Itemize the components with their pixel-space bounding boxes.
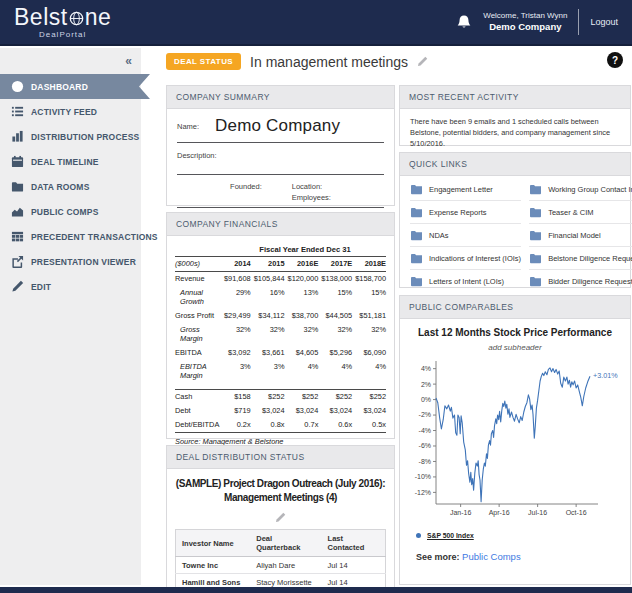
quick-link-bidder-diligence-requests[interactable]: Bidder Diligence Requests [529,270,632,292]
edit-distribution-pencil-icon[interactable] [175,512,386,523]
description-label: Description: [177,151,217,160]
quick-link-ndas[interactable]: NDAs [410,224,521,247]
calendar-icon [11,155,24,168]
y-axis-tick-label: -4% [419,427,431,434]
company-financials-panel: COMPANY FINANCIALS Fiscal Year Ended Dec… [166,212,395,439]
activity-summary-text: There have been 9 emails and 1 scheduled… [410,116,620,149]
financials-source: Source: Management & Belstone [175,433,386,446]
sidebar-item-activity-feed[interactable]: ACTIVITY FEED [0,99,141,124]
quicklink-folder-icon [529,207,542,218]
y-axis-tick-label: -12% [415,489,431,496]
chart-title: Last 12 Months Stock Price Performance [404,327,626,338]
company-name-value[interactable]: Demo Company [215,116,340,136]
quick-link-financial-model[interactable]: Financial Model [529,224,632,247]
external-link-icon [11,255,24,268]
distribution-table-header-row: Investor NameDeal QuarterbackLast Contac… [176,530,386,557]
activity-feed-icon [11,105,24,118]
logout-button[interactable]: Logout [590,17,618,27]
quick-links-panel: QUICK LINKS Engagement LetterWorking Gro… [399,152,631,288]
sidebar-item-precedent-transactions[interactable]: PRECEDENT TRANSACTIONS [0,224,141,249]
most-recent-activity-panel: MOST RECENT ACTIVITY There have been 9 e… [399,85,631,146]
x-axis-tick-label: Apr-16 [489,509,510,517]
sidebar-item-data-rooms[interactable]: DATA ROOMS [0,174,141,199]
table-icon [11,230,24,243]
financials-row: ($000s)201420152016E2017E2018E [175,256,386,271]
end-value-label: +3.01% [593,371,618,380]
sidebar-item-label: PRECEDENT TRANSACTIONS [31,232,158,242]
bell-icon[interactable] [456,14,472,31]
y-axis-tick-label: -8% [419,458,431,465]
distribution-title-line2: Management Meetings (4) [175,491,386,505]
quick-link-engagement-letter[interactable]: Engagement Letter [410,178,521,201]
sidebar-item-public-comps[interactable]: PUBLIC COMPS [0,199,141,224]
brand-text-right: ne [85,6,112,29]
quick-link-label: Bidder Diligence Requests [548,277,632,286]
distribution-title: (SAMPLE) Project Dragon Outreach (July 2… [175,477,386,505]
public-comps-link[interactable]: Public Comps [462,551,521,562]
most-recent-activity-header: MOST RECENT ACTIVITY [400,86,630,109]
sidebar-item-label: EDIT [31,282,51,292]
help-button[interactable]: ? [607,52,623,68]
edit-status-pencil-icon[interactable] [417,56,428,67]
quick-link-expense-reports[interactable]: Expense Reports [410,201,521,224]
company-financials-header: COMPANY FINANCIALS [167,213,394,236]
financials-row: Gross Margin32%32%32%32%32% [175,323,386,346]
chart-container: 4%2%0%-2%-4%-6%-8%-10%-12%Jan-16Apr-16Ju… [404,354,626,530]
sidebar-item-label: ACTIVITY FEED [31,107,97,117]
quick-link-teaser-cim[interactable]: Teaser & CIM [529,201,632,224]
quick-link-label: Letters of Intent (LOIs) [429,277,504,286]
quick-link-label: Engagement Letter [429,185,493,194]
y-axis-tick-label: 0% [421,396,431,403]
quick-link-label: Teaser & CIM [548,208,593,217]
y-axis-tick-label: -10% [415,473,431,480]
comparables-see-more-label: See more: [416,552,460,562]
distribution-icon [11,130,24,143]
y-axis-tick-label: -6% [419,442,431,449]
quicklink-folder-icon [410,207,423,218]
pencil-icon [11,280,24,293]
distribution-title-line1: (SAMPLE) Project Dragon Outreach (July 2… [175,477,386,491]
sidebar-item-distribution-process[interactable]: DISTRIBUTION PROCESS [0,124,141,149]
financials-row: Annual Growth29%16%13%15%15% [175,286,386,309]
top-header: Belst ne DealPortal Welcome, Tristan Wyn… [0,0,632,46]
quick-link-belstone-diligence-requests[interactable]: Belstone Diligence Requests [529,247,632,270]
company-name: Demo Company [483,21,567,33]
sidebar-item-label: DATA ROOMS [31,182,90,192]
quick-link-letters-of-intent-lois[interactable]: Letters of Intent (LOIs) [410,270,521,292]
sidebar-item-deal-timeline[interactable]: DEAL TIMELINE [0,149,141,174]
welcome-text: Welcome, Tristan Wynn [483,11,567,21]
distribution-row[interactable]: Towne IncAliyah DareJul 14 [176,557,386,574]
company-summary-panel: COMPANY SUMMARY Name: Demo Company Descr… [166,85,395,206]
brand-text-left: Belst [14,6,68,29]
quick-link-working-group-contact-info[interactable]: Working Group Contact Info [529,178,632,201]
chart-legend: S&P 500 Index [404,532,626,539]
quicklink-folder-icon [410,184,423,195]
x-axis-tick-label: Jan-16 [450,509,472,516]
user-welcome: Welcome, Tristan Wynn Demo Company [483,11,567,34]
quicklink-folder-icon [410,253,423,264]
public-comparables-panel: PUBLIC COMPARABLES Last 12 Months Stock … [399,295,631,585]
quicklink-folder-icon [410,276,423,287]
sidebar-item-edit[interactable]: EDIT [0,274,141,299]
quicklink-folder-icon [529,276,542,287]
financials-row: Debt$719$3,024$3,024$3,024$3,024 [175,404,386,418]
sidebar-item-label: DEAL TIMELINE [31,157,99,167]
sidebar-item-label: DASHBOARD [31,82,88,92]
sidebar-item-presentation-viewer[interactable]: PRESENTATION VIEWER [0,249,141,274]
chart-subtitle[interactable]: add subheader [404,343,626,352]
distribution-table: Investor NameDeal QuarterbackLast Contac… [175,529,386,593]
employees-label: Employees: [292,193,331,202]
quick-link-label: Working Group Contact Info [548,185,632,194]
legend-sp500-label[interactable]: S&P 500 Index [427,532,474,539]
sidebar-item-label: PRESENTATION VIEWER [31,257,136,267]
company-summary-header: COMPANY SUMMARY [167,86,394,109]
name-label: Name: [177,122,215,131]
sidebar-item-dashboard[interactable]: DASHBOARD [0,74,150,99]
financials-row: Debt/EBITDA0.2x0.8x0.7x0.6x0.5x [175,418,386,433]
quick-link-indications-of-interest-iois[interactable]: Indications of Interest (IOIs) [410,247,521,270]
quick-link-label: Belstone Diligence Requests [548,254,632,263]
sidebar-collapse-button[interactable]: « [125,54,132,68]
sp500-series-line [436,368,590,502]
location-label: Location: [292,182,331,191]
quicklink-folder-icon [529,230,542,241]
